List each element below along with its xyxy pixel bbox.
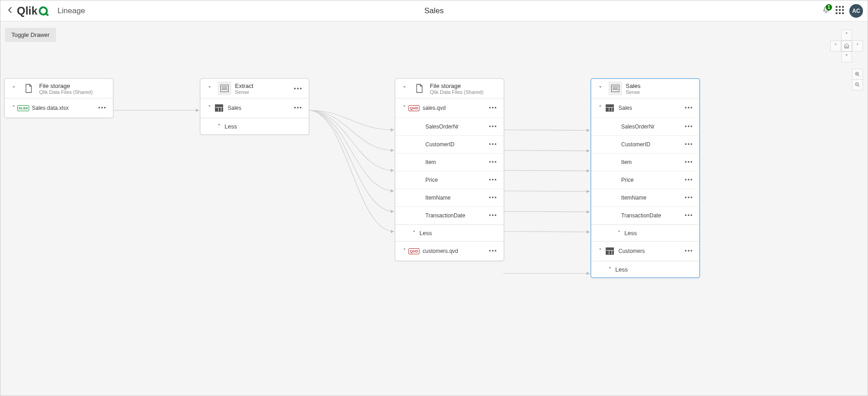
more-actions-button[interactable]: •••: [487, 177, 499, 183]
collapse-toggle[interactable]: ˄: [400, 85, 409, 92]
pan-down-button[interactable]: ˅: [841, 51, 852, 62]
pan-left-button[interactable]: ˂: [830, 41, 841, 51]
expand-toggle[interactable]: ˄: [596, 105, 605, 111]
collapse-toggle[interactable]: ˄: [9, 85, 18, 92]
more-actions-button[interactable]: •••: [487, 105, 499, 111]
expand-toggle[interactable]: ˅: [205, 105, 214, 111]
field-row[interactable]: TransactionDate•••: [395, 207, 504, 225]
zoom-controls: [852, 69, 863, 90]
svg-rect-1: [836, 6, 837, 8]
svg-rect-8: [839, 12, 841, 14]
card-subtitle: Qlik Data Files (Shared): [39, 89, 92, 95]
zoom-out-button[interactable]: [852, 79, 863, 90]
svg-rect-3: [842, 6, 844, 8]
field-row[interactable]: ItemName•••: [591, 189, 700, 207]
field-row[interactable]: SalesOrderNr•••: [591, 118, 700, 136]
expand-toggle[interactable]: ˄: [400, 105, 409, 111]
more-actions-button[interactable]: •••: [683, 123, 695, 130]
expand-toggle[interactable]: ˄: [596, 248, 605, 254]
zoom-in-icon: [854, 71, 861, 77]
field-row[interactable]: TransactionDate•••: [591, 207, 700, 225]
notification-badge: 1: [826, 4, 832, 10]
more-actions-button[interactable]: •••: [487, 195, 499, 201]
less-toggle[interactable]: ˅ Less: [591, 261, 700, 278]
svg-rect-2: [839, 6, 841, 8]
node-extract[interactable]: ˄ Extract Sense ••• ˅ Sales ••• ˅ Less: [200, 78, 309, 135]
svg-rect-4: [836, 9, 837, 11]
field-row[interactable]: Item•••: [591, 154, 700, 171]
card-subtitle: Sense: [235, 89, 253, 95]
less-toggle[interactable]: ˅ Less: [591, 225, 700, 241]
chevron-down-icon: ˅: [218, 123, 221, 130]
more-actions-button[interactable]: •••: [487, 159, 499, 165]
pan-up-button[interactable]: ˄: [841, 30, 852, 41]
notifications-button[interactable]: 1: [822, 6, 830, 15]
pan-controls: ˄ ˂ ˃ ˅: [830, 30, 863, 62]
more-actions-button[interactable]: •••: [683, 195, 695, 201]
svg-rect-5: [839, 9, 841, 11]
more-actions-button[interactable]: •••: [683, 159, 695, 165]
more-actions-button[interactable]: •••: [683, 248, 695, 254]
pan-home-button[interactable]: [841, 41, 852, 51]
more-actions-button[interactable]: •••: [487, 141, 499, 148]
zoom-in-button[interactable]: [852, 69, 863, 80]
table-label: Sales: [228, 105, 241, 111]
more-actions-button[interactable]: •••: [292, 85, 304, 92]
toggle-drawer-button[interactable]: Toggle Drawer: [5, 28, 56, 42]
pan-right-button[interactable]: ˃: [852, 41, 863, 51]
file-label: Sales data.xlsx: [32, 105, 69, 111]
less-toggle[interactable]: ˅ Less: [395, 225, 504, 241]
field-row[interactable]: Item•••: [395, 154, 504, 171]
extract-icon: [218, 82, 231, 95]
collapse-toggle[interactable]: ˄: [205, 85, 214, 92]
expand-toggle[interactable]: ˄: [400, 248, 409, 254]
more-actions-button[interactable]: •••: [292, 105, 304, 111]
qvd-icon: QVD: [409, 247, 419, 255]
svg-rect-9: [842, 12, 844, 14]
avatar[interactable]: AC: [849, 4, 863, 18]
table-icon: [605, 104, 615, 112]
field-row[interactable]: CustomerID•••: [395, 136, 504, 154]
field-row[interactable]: SalesOrderNr•••: [395, 118, 504, 136]
svg-rect-6: [842, 9, 844, 11]
qvd-icon: QVD: [409, 104, 419, 112]
card-title: File storage: [39, 82, 92, 89]
more-actions-button[interactable]: •••: [487, 123, 499, 130]
collapse-toggle[interactable]: ˅: [596, 85, 605, 92]
table-label: Sales: [618, 105, 632, 111]
table-row-sales[interactable]: ˄ Sales •••: [591, 98, 700, 118]
grid-icon: [836, 6, 844, 14]
page-title: Sales: [424, 6, 444, 15]
file-row-customers-qvd[interactable]: ˄ QVD customers.qvd •••: [395, 241, 504, 261]
less-toggle[interactable]: ˅ Less: [200, 118, 309, 134]
breadcrumb: Lineage: [57, 6, 85, 15]
app-launcher-button[interactable]: [836, 6, 844, 15]
table-row[interactable]: ˅ Sales •••: [200, 98, 309, 118]
zoom-out-icon: [854, 82, 861, 88]
node-sales-app[interactable]: ˅ Sales Sense ˄ Sales ••• SalesOrderNr••…: [591, 78, 700, 278]
more-actions-button[interactable]: •••: [683, 105, 695, 111]
file-row[interactable]: ˄ XLSX Sales data.xlsx •••: [5, 98, 113, 118]
more-actions-button[interactable]: •••: [683, 212, 695, 219]
more-actions-button[interactable]: •••: [97, 105, 108, 111]
node-file-storage-2[interactable]: ˄ File storage Qlik Data Files (Shared) …: [395, 78, 504, 261]
svg-rect-7: [836, 12, 837, 14]
more-actions-button[interactable]: •••: [683, 177, 695, 183]
file-label: customers.qvd: [423, 248, 458, 254]
brand-logo: Qlik: [17, 5, 49, 17]
table-icon: [605, 247, 615, 255]
table-icon: [214, 104, 224, 112]
more-actions-button[interactable]: •••: [487, 212, 499, 219]
back-button[interactable]: [6, 5, 14, 17]
card-title: Extract: [235, 82, 253, 89]
field-row[interactable]: CustomerID•••: [591, 136, 700, 154]
file-row-sales-qvd[interactable]: ˄ QVD sales.qvd •••: [395, 98, 504, 118]
more-actions-button[interactable]: •••: [683, 141, 695, 148]
chevron-down-icon: ˅: [413, 230, 416, 237]
field-row[interactable]: Price•••: [591, 171, 700, 189]
node-file-storage-1[interactable]: ˄ File storage Qlik Data Files (Shared) …: [4, 78, 113, 118]
field-row[interactable]: Price•••: [395, 171, 504, 189]
more-actions-button[interactable]: •••: [487, 248, 499, 254]
table-row-customers[interactable]: ˄ Customers •••: [591, 241, 700, 261]
field-row[interactable]: ItemName•••: [395, 189, 504, 207]
